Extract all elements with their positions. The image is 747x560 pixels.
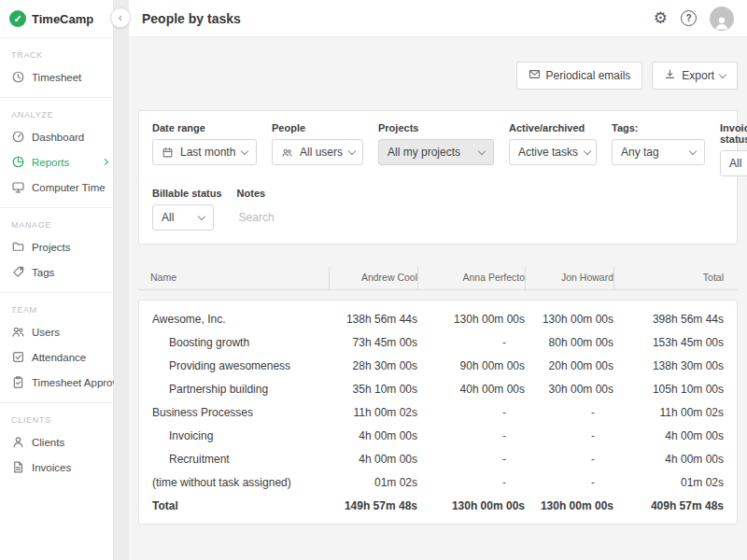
table-row: Providing awesomeness 28h 30m 00s 90h 00… xyxy=(139,354,737,377)
filter-date-range: Date range Last month xyxy=(152,122,257,165)
column-header-anna-perfecto: Anna Perfecto xyxy=(417,267,525,289)
filters-row-2: Billable status All Notes xyxy=(152,188,724,231)
sidebar-item-computer-time[interactable]: Computer Time xyxy=(0,175,113,200)
sidebar-collapse-button[interactable]: ‹ xyxy=(110,7,131,28)
row-value: 11h 00m 02s xyxy=(613,406,724,419)
billable-status-select[interactable]: All xyxy=(152,204,214,231)
section-title-team: TEAM xyxy=(0,299,113,319)
chevron-right-icon xyxy=(102,159,108,165)
sidebar-item-projects[interactable]: Projects xyxy=(0,234,113,259)
tags-select[interactable]: Any tag xyxy=(612,139,705,165)
sidebar-section-team: TEAM Users Attendance Timesheet Approval… xyxy=(0,293,113,403)
periodical-emails-button[interactable]: Periodical emails xyxy=(516,62,643,90)
column-header-total: Total xyxy=(613,267,724,289)
users-icon xyxy=(11,325,25,339)
table-row: Recruitment 4h 00m 00s - - 4h 00m 00s xyxy=(139,447,737,470)
sidebar-section-analyze: ANALYZE Dashboard Reports Computer Time xyxy=(0,98,113,208)
page-title: People by tasks xyxy=(142,11,241,26)
row-value: 138h 30m 00s xyxy=(613,359,724,372)
section-title-manage: MANAGE xyxy=(0,214,113,234)
chevron-down-icon xyxy=(198,212,205,219)
sidebar-section-clients: CLIENTS Clients Invoices xyxy=(0,403,113,487)
filter-label: Invoiced status xyxy=(720,122,747,145)
report-table: Awesome, Inc. 138h 56m 44s 130h 00m 00s … xyxy=(138,300,738,525)
row-value: 130h 00m 00s xyxy=(417,499,525,512)
table-row: Awesome, Inc. 138h 56m 44s 130h 00m 00s … xyxy=(139,307,737,330)
row-value: - xyxy=(417,406,525,419)
sidebar-item-invoices[interactable]: Invoices xyxy=(0,455,113,480)
filter-projects: Projects All my projects xyxy=(378,122,494,165)
sidebar-item-label: Users xyxy=(32,327,60,338)
filter-label: Projects xyxy=(378,122,494,133)
row-value: - xyxy=(525,476,613,489)
filter-active-archived: Active/archived Active tasks xyxy=(509,122,597,165)
active-archived-select[interactable]: Active tasks xyxy=(509,139,597,165)
filter-invoiced-status: Invoiced status All xyxy=(720,122,747,176)
export-button[interactable]: Export xyxy=(652,62,738,90)
clients-icon xyxy=(11,435,25,449)
content: Periodical emails Export Date range Last… xyxy=(129,37,747,560)
section-title-track: TRACK xyxy=(0,44,113,64)
brand-logo[interactable]: ✓ TimeCamp xyxy=(0,0,113,38)
sidebar-item-tags[interactable]: Tags xyxy=(0,259,113,285)
filter-label: Billable status xyxy=(152,188,222,199)
row-value: 130h 00m 00s xyxy=(525,499,613,512)
filter-billable-status: Billable status All xyxy=(152,188,222,231)
row-value: - xyxy=(417,476,525,489)
sidebar-item-label: Timesheet xyxy=(32,72,81,83)
row-name: (time without task assigned) xyxy=(147,476,329,489)
row-name: Invoicing xyxy=(147,429,329,442)
projects-select[interactable]: All my projects xyxy=(378,139,494,165)
filter-tags: Tags: Any tag xyxy=(612,122,705,165)
sidebar-item-label: Attendance xyxy=(32,352,86,363)
row-value: 105h 10m 00s xyxy=(613,383,724,396)
filter-label: Tags: xyxy=(612,122,705,133)
tag-icon xyxy=(11,265,25,279)
sidebar-item-label: Invoices xyxy=(32,462,71,473)
row-value: 20h 00m 00s xyxy=(525,359,613,372)
filter-label: Notes xyxy=(237,188,349,199)
sidebar-item-label: Reports xyxy=(32,157,69,168)
row-value: 153h 45m 00s xyxy=(613,336,724,349)
dashboard-icon xyxy=(11,130,25,144)
computer-icon xyxy=(11,180,25,194)
invoiced-status-select[interactable]: All xyxy=(720,150,747,176)
sidebar-rail: ‹ xyxy=(114,0,129,560)
people-value: All users xyxy=(300,146,343,159)
row-value: 138h 56m 44s xyxy=(329,313,417,326)
row-name: Total xyxy=(147,499,329,512)
sidebar-item-timesheet[interactable]: Timesheet xyxy=(0,64,113,90)
projects-value: All my projects xyxy=(388,146,460,159)
table-row: Invoicing 4h 00m 00s - - 4h 00m 00s xyxy=(139,424,737,447)
table-row: (time without task assigned) 01m 02s - -… xyxy=(139,470,737,494)
sidebar-item-clients[interactable]: Clients xyxy=(0,429,113,455)
people-select[interactable]: All users xyxy=(272,139,363,165)
sidebar-item-label: Projects xyxy=(32,242,71,253)
sidebar-item-users[interactable]: Users xyxy=(0,319,113,344)
chevron-down-icon xyxy=(584,147,591,154)
table-row: Boosting growth 73h 45m 00s - 80h 00m 00… xyxy=(139,330,737,354)
table-header: Name Andrew Cool Anna Perfecto Jon Howar… xyxy=(138,267,738,290)
avatar[interactable] xyxy=(710,7,734,31)
sidebar-item-reports[interactable]: Reports xyxy=(0,149,113,175)
help-icon[interactable]: ? xyxy=(681,10,697,26)
row-value: 35h 10m 00s xyxy=(329,383,417,396)
table-row: Business Processes 11h 00m 02s - - 11h 0… xyxy=(139,400,737,424)
sidebar-item-timesheet-approvals[interactable]: Timesheet Approvals xyxy=(0,370,113,395)
chevron-down-icon xyxy=(689,147,697,154)
envelope-icon xyxy=(529,68,541,83)
gear-icon[interactable]: ⚙ xyxy=(654,10,668,26)
notes-search-input[interactable] xyxy=(237,204,349,231)
chevron-down-icon xyxy=(478,147,486,154)
row-value: 398h 56m 44s xyxy=(613,313,724,326)
sidebar-item-label: Computer Time xyxy=(32,182,106,193)
date-range-select[interactable]: Last month xyxy=(152,139,257,165)
table-row: Partnership building 35h 10m 00s 40h 00m… xyxy=(139,377,737,400)
export-icon xyxy=(664,68,676,83)
attendance-icon xyxy=(11,350,25,364)
sidebar-item-dashboard[interactable]: Dashboard xyxy=(0,124,113,149)
approvals-icon xyxy=(11,375,25,389)
sidebar-item-attendance[interactable]: Attendance xyxy=(0,344,113,370)
filters-panel: Date range Last month People All users xyxy=(138,110,738,245)
row-value: 130h 00m 00s xyxy=(525,313,613,326)
